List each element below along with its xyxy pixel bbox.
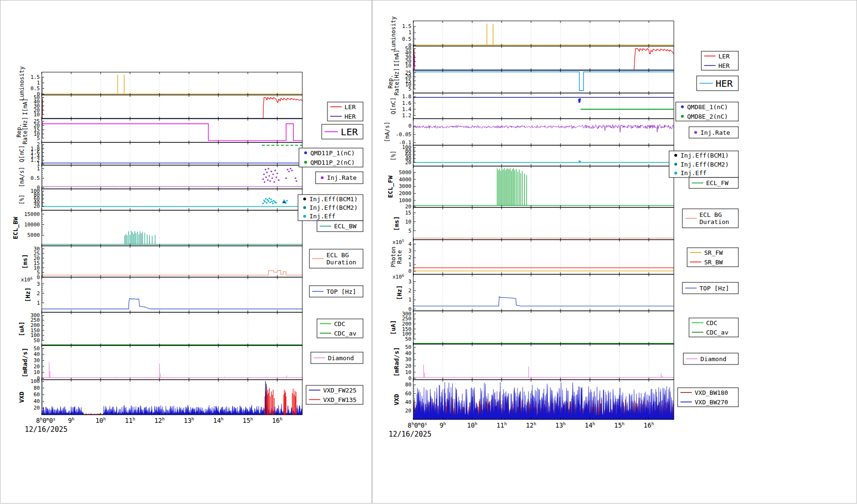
chart-text: 10 — [405, 369, 411, 375]
chart-text: 100 — [30, 378, 40, 384]
chart-text: CDC_av — [334, 330, 356, 337]
row-frame — [42, 246, 302, 277]
row-ua: 30025020015010050[uA] — [390, 311, 674, 344]
legend-swatch-dot — [303, 206, 306, 209]
chart-text: SR_FW — [704, 249, 723, 256]
legend-swatch-dot — [304, 151, 307, 154]
series-point — [265, 169, 266, 170]
chart-text: Inj.Eff(BCM1) — [680, 152, 729, 159]
chart-text: 5000 — [399, 169, 412, 176]
series-group — [42, 362, 302, 377]
legend-vxd-fw225: VXD_FW225VXD_FW135 — [306, 385, 363, 404]
chart-text: HER — [718, 62, 730, 69]
series-point — [579, 161, 580, 162]
chart-text: LER — [345, 103, 356, 111]
row-frame — [413, 21, 674, 46]
legend-swatch-dot — [304, 161, 307, 164]
row-axis-label: Rate[Hz] — [393, 68, 400, 95]
row-mrad-s: 50403020100[mRad/s] — [21, 345, 302, 382]
row-vxd: 80604020VXD — [393, 380, 674, 420]
axis-tick-label: 14h — [585, 421, 595, 429]
row-axis-label: [mA/s] — [19, 167, 25, 187]
series-line — [42, 299, 302, 309]
legend-sr-fw: SR_FWSR_BW — [687, 248, 738, 267]
row-luminosity: 1.510.50Luminosity — [390, 16, 674, 50]
chart-text: 2 — [408, 288, 411, 294]
row-axis-label: [Hz] — [24, 287, 31, 302]
chart-text: 20 — [34, 364, 40, 370]
axis-tick-label: 8h0m0s — [408, 421, 427, 429]
chart-text: ECL BG — [699, 211, 722, 218]
chart-text: -0.05 — [396, 131, 411, 138]
legend-inj-rate: Inj.Rate — [689, 127, 738, 138]
legend-inj-eff-bcm1: Inj.Eff(BCM1)Inj.Eff(BCM2)Inj.Eff — [298, 195, 363, 221]
chart-text: 40 — [405, 399, 411, 405]
legend-swatch-dot — [681, 105, 684, 108]
chart-text: QMD8E_1(nC) — [687, 103, 728, 111]
chart-text: Inj.Rate — [700, 129, 730, 136]
series-group — [42, 197, 302, 206]
chart-text: 5000 — [28, 232, 40, 238]
chart-text: 40 — [34, 398, 40, 404]
legend-swatch-dot — [674, 163, 677, 166]
series-point — [263, 174, 265, 175]
chart-text: VXD_BW180 — [695, 389, 728, 396]
legend-ler: LER — [322, 124, 363, 139]
legend-top-hz: TOP [Hz] — [682, 282, 738, 294]
series-point — [267, 179, 269, 181]
chart-text: HER — [345, 113, 356, 120]
chart-text: 0 — [408, 375, 411, 382]
legend-qmd11p-1-nc: QMD11P_1(nC)QMD11P_2(nC) — [299, 148, 363, 167]
row-strip: 10080604020[%] — [390, 144, 674, 166]
series-point — [270, 171, 272, 172]
chart-text: Inj.Eff(BCM2) — [680, 161, 729, 168]
series-point — [288, 171, 289, 172]
chart-text: 40 — [405, 350, 411, 356]
series-point — [266, 172, 268, 173]
chart-text: 80 — [34, 385, 40, 391]
series-line — [413, 72, 674, 91]
series-point — [268, 168, 269, 169]
axis-tick-label: x106 — [392, 273, 404, 280]
series-noisefill — [42, 406, 84, 415]
series-group — [413, 72, 674, 91]
series-point — [286, 200, 288, 201]
series-point — [267, 199, 268, 200]
series-group — [42, 75, 302, 93]
row-luminosity: 1.510.50Luminosity — [19, 66, 302, 101]
legend-ecl-bg: ECL BGDuration — [309, 249, 363, 268]
chart-text: VXD_BW270 — [695, 399, 728, 406]
chart-text: CDC — [706, 319, 717, 327]
row-axis-label: Rep. — [16, 124, 22, 138]
row-frame — [42, 277, 302, 312]
series-group — [42, 145, 302, 163]
row-axis-label: Rate — [396, 250, 403, 264]
row-axis-label: Photon — [390, 247, 397, 267]
legend-cdc: CDCCDC_av — [689, 318, 738, 337]
chart-text: 4000 — [399, 177, 412, 183]
row-axis-label: [ms] — [21, 254, 28, 269]
series-noisefill — [264, 404, 302, 415]
monitoring-dashboard: 1.510.50Luminosity5040302010I[mA]2520151… — [0, 0, 857, 504]
row-ecl-fw: 5000400030002000100020ECL_FW — [387, 166, 674, 210]
series-group — [413, 364, 674, 377]
row-hz: 3210[Hz]x106 — [392, 273, 674, 312]
chart-text: 1 — [37, 300, 40, 306]
chart-text: QMD11P_1(nC) — [310, 149, 355, 157]
chart-text: 20 — [405, 363, 411, 369]
row-ma-s: 0-0.05-0.1[mA/s] — [384, 119, 674, 146]
row-hz: 321[Hz]x106 — [21, 276, 302, 313]
series-group — [413, 297, 674, 306]
series-point — [296, 180, 297, 182]
row-ms: 302520151050[ms] — [21, 246, 302, 280]
row-rep-rate-hz: 252015105Rep.Rate[Hz] — [387, 68, 674, 95]
axis-tick-label: 15h — [614, 421, 624, 429]
legend-swatch-dot — [681, 115, 684, 118]
chart-text: 1 — [37, 166, 40, 172]
chart-text: VXD_FW225 — [323, 387, 356, 394]
legend-ecl-bw: ECL_BW — [317, 221, 363, 232]
series-point — [273, 181, 275, 183]
axis-tick-label: 13h — [555, 421, 566, 429]
series-point — [270, 202, 271, 203]
axis-tick-label: x106 — [21, 276, 33, 283]
